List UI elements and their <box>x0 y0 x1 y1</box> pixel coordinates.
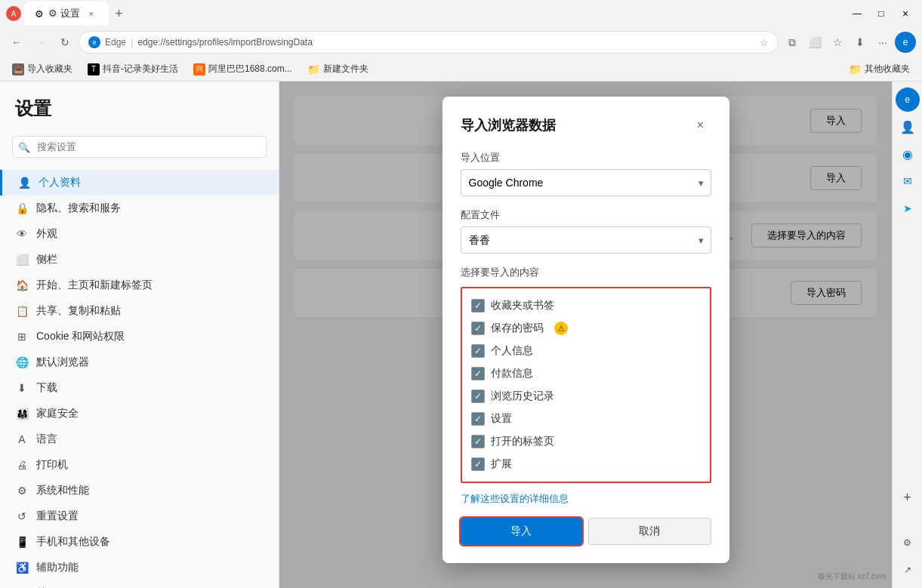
other-bookmarks[interactable]: 📁 其他收藏夹 <box>843 61 916 77</box>
checkbox-settings[interactable]: ✓ <box>471 412 485 426</box>
search-box: 🔍 <box>12 136 267 158</box>
dialog-import-button[interactable]: 导入 <box>461 518 582 545</box>
checkbox-passwords[interactable]: ✓ <box>471 322 485 335</box>
checkbox-favorites[interactable]: ✓ <box>471 299 485 312</box>
address-separator: | <box>131 37 133 48</box>
learn-more-link[interactable]: 了解这些设置的详细信息 <box>461 492 711 506</box>
close-window-button[interactable]: × <box>895 5 916 23</box>
sidebar-item-mobile-label: 手机和其他设备 <box>36 535 110 549</box>
check-passwords-icon: ✓ <box>474 323 482 334</box>
checkbox-payment[interactable]: ✓ <box>471 367 485 380</box>
profile-select[interactable]: 香香 <box>461 226 711 254</box>
reload-button[interactable]: ↻ <box>54 32 76 53</box>
forward-button[interactable]: → <box>30 32 51 53</box>
bookmark-import-label: 导入收藏夹 <box>27 63 72 75</box>
sidebar-title: 设置 <box>0 97 279 136</box>
download-icon: ⬇ <box>15 381 29 395</box>
bookmark-tiktok[interactable]: T 抖音-记录美好生活 <box>82 61 184 77</box>
import-from-label: 导入位置 <box>461 151 711 165</box>
check-personal-icon: ✓ <box>474 346 482 356</box>
checkbox-extensions[interactable]: ✓ <box>471 457 485 471</box>
profile-section: 配置文件 香香 ▾ <box>461 208 711 254</box>
sidebar-item-startpage[interactable]: 🏠 开始、主页和新建标签页 <box>0 272 279 298</box>
split-button[interactable]: ⬜ <box>804 32 825 53</box>
search-input[interactable] <box>12 136 267 158</box>
bookmarks-bar: 📥 导入收藏夹 T 抖音-记录美好生活 阿 阿里巴巴1688.com... 📁 … <box>0 57 922 82</box>
checkbox-personal[interactable]: ✓ <box>471 344 485 358</box>
import-from-section: 导入位置 Google Chrome ▾ <box>461 151 711 196</box>
sidebar-item-family-label: 家庭安全 <box>36 407 79 420</box>
right-add-icon[interactable]: + <box>896 485 920 509</box>
checkbox-item-favorites: ✓ 收藏夹或书签 <box>468 294 704 317</box>
downloads-button[interactable]: ⬇ <box>850 32 871 53</box>
tab-close-button[interactable]: × <box>85 7 98 20</box>
maximize-button[interactable]: □ <box>871 5 892 23</box>
sidebar-item-family[interactable]: 👨‍👩‍👧 家庭安全 <box>0 401 279 426</box>
sidebar-item-language[interactable]: A 语言 <box>0 426 279 452</box>
sidebar-item-system[interactable]: ⚙ 系统和性能 <box>0 478 279 503</box>
browser-frame: A ⚙ ⚙ 设置 × + — □ × ← → ↻ e Edge | edge:/… <box>0 0 922 588</box>
dialog-footer: 导入 取消 <box>461 518 711 545</box>
bookmark-import-icon: 📥 <box>12 63 24 75</box>
checkbox-tabs[interactable]: ✓ <box>471 435 485 448</box>
checkbox-personal-label: 个人信息 <box>491 344 533 358</box>
sidebar-item-download[interactable]: ⬇ 下载 <box>0 375 279 401</box>
checkbox-payment-label: 付款信息 <box>491 367 533 380</box>
check-extensions-icon: ✓ <box>474 459 482 469</box>
tab-settings-icon: ⚙ <box>35 8 44 20</box>
bookmark-folder-label: 新建文件夹 <box>323 63 368 75</box>
minimize-button[interactable]: — <box>846 5 868 23</box>
check-history-icon: ✓ <box>474 391 482 402</box>
collections-button[interactable]: ☆ <box>827 32 848 53</box>
address-actions: ☆ <box>760 37 769 48</box>
window-avatar: A <box>6 6 21 21</box>
check-tabs-icon: ✓ <box>474 436 482 447</box>
checkbox-history[interactable]: ✓ <box>471 389 485 403</box>
sidebar-item-default-browser-label: 默认浏览器 <box>36 356 89 369</box>
dialog-close-button[interactable]: × <box>690 115 711 136</box>
right-circle-icon[interactable]: ◉ <box>896 142 920 166</box>
checkbox-item-tabs: ✓ 打开的标签页 <box>468 430 704 453</box>
import-from-select[interactable]: Google Chrome <box>461 169 711 196</box>
language-icon: A <box>15 433 29 446</box>
sidebar-item-share[interactable]: 📋 共享、复制和粘贴 <box>0 298 279 324</box>
right-settings-small-icon[interactable]: ⚙ <box>896 531 920 555</box>
sidebar-item-default-browser[interactable]: 🌐 默认浏览器 <box>0 349 279 375</box>
cookies-icon: ⊞ <box>15 330 29 343</box>
dialog-cancel-button[interactable]: 取消 <box>588 518 711 545</box>
sidebar-item-profile[interactable]: 👤 个人资料 <box>0 170 279 195</box>
bookmark-import[interactable]: 📥 导入收藏夹 <box>6 61 79 77</box>
sidebar-item-reset[interactable]: ↺ 重置设置 <box>0 503 279 529</box>
edge-profile-button[interactable]: e <box>895 32 916 53</box>
sidebar-item-print[interactable]: 🖨 打印机 <box>0 452 279 478</box>
favorite-icon[interactable]: ☆ <box>760 37 769 48</box>
settings-tab[interactable]: ⚙ ⚙ 设置 × <box>24 2 109 26</box>
right-external-icon[interactable]: ↗ <box>896 558 920 582</box>
default-browser-icon: 🌐 <box>15 356 29 369</box>
right-outlook-icon[interactable]: ✉ <box>896 169 920 193</box>
sidebar-item-cookies[interactable]: ⊞ Cookie 和网站权限 <box>0 324 279 349</box>
check-favorites-icon: ✓ <box>474 300 482 311</box>
settings-sidebar: 设置 🔍 👤 个人资料 🔒 隐私、搜索和服务 👁 外观 ⬜ 侧栏 <box>0 82 279 588</box>
profile-icon: 👤 <box>17 176 31 189</box>
right-edge-icon[interactable]: e <box>896 88 920 112</box>
bookmark-folder[interactable]: 📁 新建文件夹 <box>301 61 375 77</box>
right-send-icon[interactable]: ➤ <box>896 196 920 220</box>
back-button[interactable]: ← <box>6 32 27 53</box>
extensions-button[interactable]: ⧉ <box>782 32 803 53</box>
family-icon: 👨‍👩‍👧 <box>15 407 29 420</box>
new-tab-button[interactable]: + <box>109 3 130 24</box>
bookmark-alibaba-label: 阿里巴巴1688.com... <box>208 63 292 75</box>
more-button[interactable]: ··· <box>872 32 893 53</box>
bookmark-alibaba[interactable]: 阿 阿里巴巴1688.com... <box>187 61 298 77</box>
sidebar-item-privacy[interactable]: 🔒 隐私、搜索和服务 <box>0 195 279 221</box>
right-profile-icon[interactable]: 👤 <box>896 115 920 139</box>
sidebar-item-appearance[interactable]: 👁 外观 <box>0 221 279 247</box>
address-bar[interactable]: e Edge | edge://settings/profiles/import… <box>79 31 779 54</box>
sidebar-item-startpage-label: 开始、主页和新建标签页 <box>36 279 153 292</box>
sidebar-item-about[interactable]: e 关于 Microsoft Edge <box>0 580 279 588</box>
sidebar-item-sidebar[interactable]: ⬜ 侧栏 <box>0 247 279 272</box>
sidebar-item-mobile[interactable]: 📱 手机和其他设备 <box>0 529 279 555</box>
checkbox-item-personal: ✓ 个人信息 <box>468 340 704 362</box>
sidebar-item-accessibility[interactable]: ♿ 辅助功能 <box>0 555 279 580</box>
